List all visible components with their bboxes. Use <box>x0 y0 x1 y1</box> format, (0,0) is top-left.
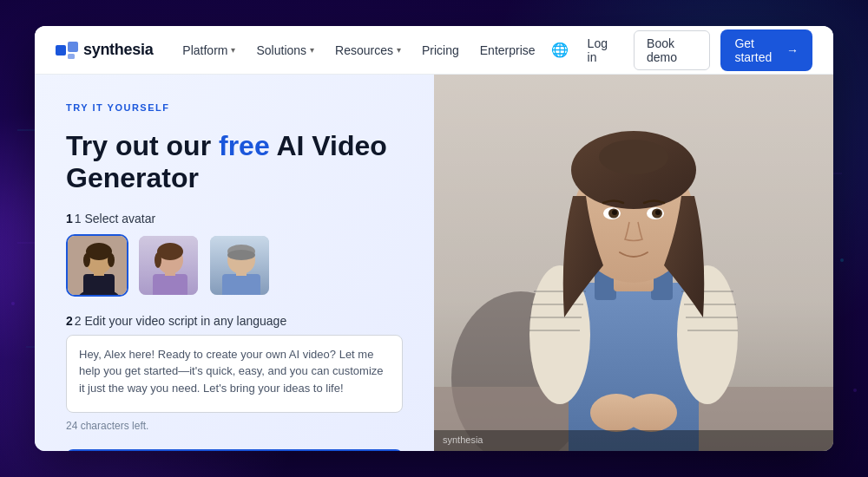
svg-point-17 <box>840 258 844 262</box>
avatar-2[interactable] <box>137 234 200 297</box>
logo[interactable]: synthesia <box>56 41 153 59</box>
svg-rect-32 <box>153 274 187 297</box>
svg-point-36 <box>155 252 161 268</box>
main-content: TRY IT YOURSELF Try out our free AI Vide… <box>35 75 833 451</box>
left-panel: TRY IT YOURSELF Try out our free AI Vide… <box>35 75 434 451</box>
svg-rect-24 <box>83 274 115 297</box>
video-person-svg: synthesia <box>434 75 833 451</box>
svg-point-43 <box>227 250 255 260</box>
svg-point-70 <box>655 210 661 215</box>
svg-point-29 <box>108 253 115 267</box>
logo-text: synthesia <box>83 41 153 59</box>
nav-item-platform[interactable]: Platform ▾ <box>174 38 244 62</box>
avatar-row <box>66 234 403 297</box>
svg-text:synthesia: synthesia <box>443 435 483 445</box>
browser-window: synthesia Platform ▾ Solutions ▾ Resourc… <box>35 26 833 451</box>
nav-item-resources[interactable]: Resources ▾ <box>326 38 410 62</box>
step1-label: 11 Select avatar <box>66 212 403 225</box>
chevron-down-icon: ▾ <box>231 45 235 55</box>
avatar-3[interactable] <box>208 234 271 297</box>
svg-point-69 <box>612 210 617 215</box>
create-video-button[interactable]: Create free AI video → <box>66 449 403 451</box>
char-count: 24 characters left. <box>66 420 403 432</box>
hero-title: Try out our free AI Video Generator <box>66 130 403 194</box>
svg-point-28 <box>83 253 90 267</box>
svg-rect-21 <box>68 54 75 59</box>
login-button[interactable]: Log in <box>579 31 623 69</box>
svg-rect-73 <box>434 430 833 451</box>
chevron-down-icon: ▾ <box>397 45 401 55</box>
svg-point-64 <box>599 140 668 174</box>
svg-rect-19 <box>56 45 66 56</box>
avatar-1[interactable] <box>66 234 128 297</box>
nav-item-pricing[interactable]: Pricing <box>413 38 468 62</box>
book-demo-button[interactable]: Book demo <box>634 30 710 70</box>
nav-right: 🌐 Log in Book demo Get started → <box>551 29 812 71</box>
svg-point-18 <box>853 389 857 392</box>
svg-point-16 <box>11 302 15 305</box>
avatar-1-image <box>68 236 128 297</box>
avatar-section: 11 Select avatar <box>66 212 403 297</box>
avatar-2-image <box>139 236 200 297</box>
nav-item-solutions[interactable]: Solutions ▾ <box>247 38 323 62</box>
arrow-right-icon: → <box>786 43 799 57</box>
script-textarea[interactable]: Hey, Alex here! Ready to create your own… <box>66 335 403 413</box>
step2-label: 22 Edit your video script in any languag… <box>66 314 403 328</box>
nav-item-enterprise[interactable]: Enterprise <box>471 38 544 62</box>
navbar: synthesia Platform ▾ Solutions ▾ Resourc… <box>35 26 833 75</box>
avatar-3-image <box>210 236 271 297</box>
get-started-button[interactable]: Get started → <box>720 29 812 71</box>
svg-rect-20 <box>68 42 78 52</box>
synthesia-logo-icon <box>56 42 78 59</box>
chevron-down-icon: ▾ <box>310 45 314 55</box>
svg-point-72 <box>625 394 677 432</box>
globe-icon[interactable]: 🌐 <box>551 42 569 58</box>
svg-rect-39 <box>222 274 260 297</box>
nav-items: Platform ▾ Solutions ▾ Resources ▾ Prici… <box>174 38 543 62</box>
try-label: TRY IT YOURSELF <box>66 102 403 113</box>
script-section: 22 Edit your video script in any languag… <box>66 314 403 432</box>
video-preview: synthesia <box>434 75 833 451</box>
